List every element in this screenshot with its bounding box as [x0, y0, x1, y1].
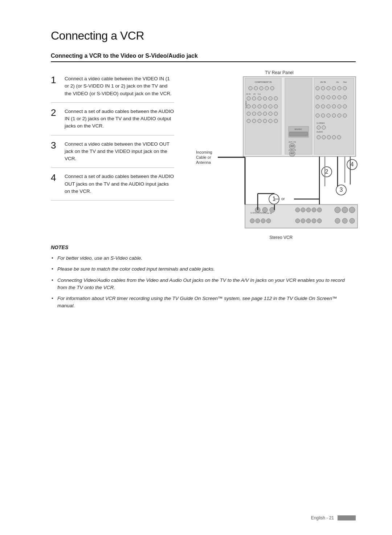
svg-rect-39 [289, 132, 308, 136]
svg-point-62 [316, 105, 319, 108]
svg-point-109 [295, 219, 300, 223]
note-item-4: For information about VCR timer recordin… [51, 295, 356, 310]
step-2-number: 2 [51, 108, 60, 130]
svg-point-33 [263, 119, 267, 123]
svg-text:AUDIO: AUDIO [317, 131, 323, 133]
svg-point-67 [343, 105, 347, 108]
notes-list: For better video, use an S-Video cable. … [51, 255, 356, 310]
svg-point-18 [247, 105, 250, 108]
svg-point-65 [332, 105, 336, 108]
step-4-number: 4 [51, 173, 60, 195]
svg-point-78 [317, 135, 320, 139]
page-title: Connecting a VCR [51, 29, 356, 42]
svg-point-70 [327, 114, 330, 117]
connection-diagram: COMPONENT IN AV IN AV Out [185, 70, 363, 234]
svg-point-53 [332, 86, 336, 90]
svg-point-16 [274, 97, 278, 100]
svg-text:ANT 2 IN: ANT 2 IN [289, 141, 296, 143]
step-2-text: Connect a set of audio cables between th… [65, 108, 174, 130]
svg-point-31 [252, 119, 256, 123]
svg-point-6 [265, 86, 269, 90]
svg-point-102 [335, 207, 340, 213]
step-3-text: Connect a video cable between the VIDEO … [65, 141, 174, 163]
svg-text:Incoming: Incoming [196, 150, 212, 154]
svg-point-24 [247, 112, 250, 115]
steps-column: 1 Connect a video cable between the VIDE… [51, 70, 174, 234]
svg-point-29 [274, 112, 278, 115]
svg-point-100 [312, 208, 316, 212]
svg-point-66 [338, 105, 341, 108]
svg-point-72 [338, 114, 341, 117]
svg-point-97 [295, 208, 300, 212]
page-footer-bar [338, 515, 356, 520]
step-3-number: 3 [51, 141, 60, 163]
svg-text:ANT: ANT [290, 145, 294, 147]
svg-text:Cable or: Cable or [196, 155, 211, 159]
svg-point-104 [349, 207, 355, 213]
svg-text:S-VHS ANTENNA: S-VHS ANTENNA [250, 212, 267, 214]
svg-point-106 [256, 219, 260, 223]
svg-point-11 [247, 97, 250, 100]
page-footer: English - 21 [311, 515, 356, 520]
svg-point-12 [252, 97, 256, 100]
notes-title: NOTES [51, 244, 356, 250]
step-3: 3 Connect a video cable between the VIDE… [51, 135, 174, 168]
svg-point-56 [316, 96, 319, 99]
step-1-number: 1 [51, 75, 60, 97]
svg-point-103 [342, 207, 348, 213]
section-title: Connecting a VCR to the Video or S-Video… [51, 53, 356, 62]
svg-point-32 [258, 119, 261, 123]
step-1: 1 Connect a video cable between the VIDE… [51, 70, 174, 103]
svg-point-52 [327, 86, 330, 90]
svg-point-112 [312, 219, 316, 223]
svg-point-98 [301, 208, 305, 212]
svg-point-79 [322, 135, 326, 139]
svg-point-15 [269, 97, 272, 100]
svg-text:2: 2 [325, 169, 328, 175]
svg-point-58 [327, 96, 330, 99]
svg-text:AV: AV [253, 93, 256, 95]
svg-text:AV IN: AV IN [246, 93, 251, 95]
svg-point-81 [332, 135, 336, 139]
svg-point-107 [261, 219, 265, 223]
svg-point-116 [350, 218, 355, 223]
svg-point-110 [301, 219, 305, 223]
svg-point-111 [306, 219, 311, 223]
svg-point-27 [263, 112, 267, 115]
svg-point-57 [321, 96, 325, 99]
step-2: 2 Connect a set of audio cables between … [51, 103, 174, 135]
svg-point-14 [263, 97, 267, 100]
svg-text:or: or [281, 196, 285, 201]
note-item-1: For better video, use an S-Video cable. [51, 255, 356, 262]
content-area: 1 Connect a video cable between the VIDE… [51, 70, 356, 234]
svg-point-108 [266, 219, 271, 223]
svg-point-75 [317, 126, 320, 129]
svg-point-68 [316, 114, 319, 117]
step-4: 4 Connect a set of audio cables between … [51, 168, 174, 200]
svg-point-76 [322, 126, 326, 129]
svg-text:Antenna: Antenna [196, 160, 211, 165]
svg-point-61 [343, 96, 347, 99]
svg-point-115 [342, 218, 347, 223]
note-item-3: Connecting Video/Audio cables from the V… [51, 277, 356, 292]
svg-point-30 [247, 119, 250, 123]
step-4-text: Connect a set of audio cables between th… [65, 173, 174, 195]
page: Connecting a VCR Connecting a VCR to the… [0, 0, 392, 535]
svg-point-7 [270, 86, 274, 90]
svg-point-22 [269, 105, 272, 108]
svg-text:3: 3 [340, 187, 343, 193]
svg-text:COMPONENT IN: COMPONENT IN [255, 81, 272, 83]
svg-point-82 [337, 135, 341, 139]
svg-point-5 [260, 86, 263, 90]
svg-text:4: 4 [351, 161, 354, 167]
svg-point-101 [317, 208, 322, 212]
svg-text:Out: Out [258, 93, 261, 95]
svg-point-54 [338, 86, 341, 90]
svg-point-60 [338, 96, 341, 99]
step-1-text: Connect a video cable between the VIDEO … [65, 75, 174, 97]
svg-text:AV IN: AV IN [320, 81, 326, 83]
svg-point-34 [269, 119, 272, 123]
svg-point-55 [343, 86, 347, 90]
svg-point-23 [274, 105, 278, 108]
svg-rect-91 [245, 204, 358, 228]
